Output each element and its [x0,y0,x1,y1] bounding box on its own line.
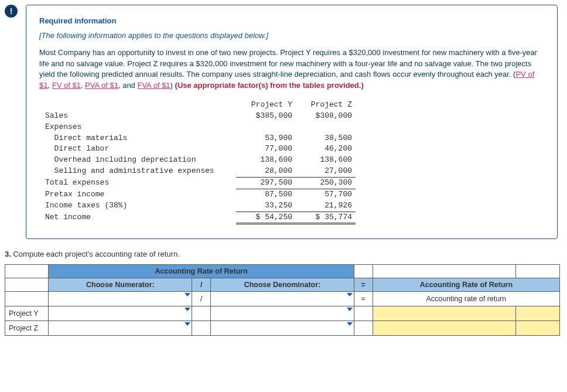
result-label: Accounting rate of return [373,292,559,306]
row-tax-y: 33,250 [236,200,296,212]
row-dm-z: 38,500 [296,133,356,144]
row-ni-label: Net income [42,212,236,224]
proj-z-result-1[interactable] [373,321,516,336]
row-te-label: Total expenses [42,177,236,189]
question-number: 3. [5,250,11,258]
numerator-input[interactable] [52,294,188,304]
info-card: Required information [The following info… [26,5,558,239]
row-ni-z: $ 35,774 [296,212,356,224]
income-statement-table: Project Y Project Z Sales $385,000 $308,… [42,100,544,224]
arr-title: Accounting Rate of Return [49,265,354,278]
row-pti-y: 87,500 [236,189,296,200]
row-ni-y: $ 54,250 [236,212,296,224]
required-info-title: Required information [39,16,544,27]
proj-z-result-1-input[interactable] [377,323,513,333]
proj-y-numerator[interactable] [49,306,192,321]
proj-y-den-input[interactable] [214,309,350,318]
slash-head: / [192,278,211,292]
proj-z-numerator[interactable] [49,321,192,336]
arr-row-project-z: Project Z [5,321,560,336]
row-tax-label: Income taxes (38%) [42,200,236,212]
row-dl-label: Direct labor [42,144,236,155]
fv-link[interactable]: FV of $1 [52,81,81,90]
row-oh-z: 138,600 [296,155,356,166]
proj-z-num-input[interactable] [52,323,188,333]
col-head-z: Project Z [296,100,356,111]
fva-link[interactable]: FVA of $1 [137,81,170,90]
proj-y-num-input[interactable] [52,309,188,318]
body-post: ) [170,81,175,90]
bold-note: (Use appropriate factor(s) from the tabl… [175,81,364,90]
problem-body: Most Company has an opportunity to inves… [39,47,544,91]
proj-z-result-2-input[interactable] [520,323,556,333]
body-pre: Most Company has an opportunity to inves… [39,48,537,79]
denominator-input[interactable] [214,294,350,304]
arr-row-formula: / = Accounting rate of return [5,292,560,306]
proj-y-result-2[interactable] [516,306,560,321]
proj-z-denominator[interactable] [211,321,354,336]
row-expenses-label: Expenses [42,122,236,133]
proj-y-result-1[interactable] [373,306,516,321]
row-te-z: 250,300 [296,177,356,189]
row-oh-label: Overhead including depreciation [42,155,236,166]
equals-head-1: = [354,278,373,292]
numerator-head: Choose Numerator: [49,278,192,292]
row-pti-z: 57,700 [296,189,356,200]
question-text: Compute each project's accounting rate o… [13,250,179,258]
row-sae-label: Selling and administrative expenses [42,166,236,177]
row-tax-z: 21,926 [296,200,356,212]
slash-cell: / [192,292,211,306]
result-head: Accounting Rate of Return [373,278,559,292]
alert-icon: ! [5,5,18,18]
project-y-label: Project Y [5,306,49,321]
question-3: 3. Compute each project's accounting rat… [5,250,562,258]
intro-italic: [The following information applies to th… [39,30,544,42]
pva-link[interactable]: PVA of $1 [85,81,118,90]
row-sales-label: Sales [42,111,236,122]
arr-table: Accounting Rate of Return Choose Numerat… [5,264,560,336]
row-te-y: 297,500 [236,177,296,189]
row-sales-z: $308,000 [296,111,356,122]
numerator-select[interactable] [49,292,192,306]
denominator-head: Choose Denominator: [211,278,354,292]
denominator-select[interactable] [211,292,354,306]
row-sales-y: $385,000 [236,111,296,122]
row-dl-y: 77,000 [236,144,296,155]
row-sae-y: 28,000 [236,166,296,177]
project-z-label: Project Z [5,321,49,336]
row-oh-y: 138,600 [236,155,296,166]
arr-row-project-y: Project Y [5,306,560,321]
col-head-y: Project Y [236,100,296,111]
equals-cell-1: = [354,292,373,306]
proj-z-den-input[interactable] [214,323,350,333]
proj-y-result-1-input[interactable] [377,309,513,318]
row-dm-label: Direct materials [42,133,236,144]
row-dm-y: 53,900 [236,133,296,144]
row-pti-label: Pretax income [42,189,236,200]
row-sae-z: 27,000 [296,166,356,177]
row-dl-z: 46,200 [296,144,356,155]
proj-y-denominator[interactable] [211,306,354,321]
proj-z-result-2[interactable] [516,321,560,336]
proj-y-result-2-input[interactable] [520,309,556,318]
